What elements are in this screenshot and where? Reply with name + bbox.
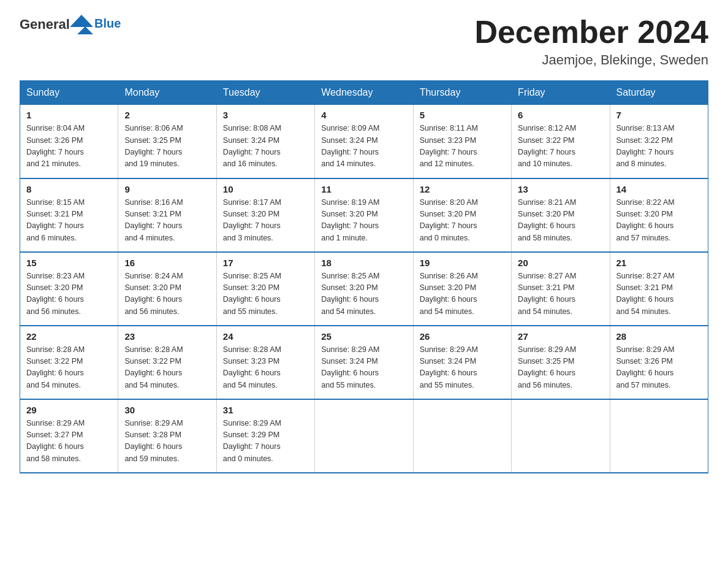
calendar-cell: 21 Sunrise: 8:27 AM Sunset: 3:21 PM Dayl… bbox=[610, 252, 708, 326]
day-info: Sunrise: 8:20 AM Sunset: 3:20 PM Dayligh… bbox=[420, 197, 505, 245]
day-info: Sunrise: 8:06 AM Sunset: 3:25 PM Dayligh… bbox=[124, 123, 210, 170]
day-info: Sunrise: 8:04 AM Sunset: 3:26 PM Dayligh… bbox=[26, 123, 112, 170]
calendar-week-row: 1 Sunrise: 8:04 AM Sunset: 3:26 PM Dayli… bbox=[20, 105, 708, 178]
day-number: 14 bbox=[616, 184, 702, 194]
day-number: 8 bbox=[26, 184, 112, 194]
day-info: Sunrise: 8:16 AM Sunset: 3:21 PM Dayligh… bbox=[124, 197, 210, 245]
day-info: Sunrise: 8:29 AM Sunset: 3:24 PM Dayligh… bbox=[321, 344, 406, 392]
day-info: Sunrise: 8:29 AM Sunset: 3:24 PM Dayligh… bbox=[420, 344, 505, 392]
day-number: 10 bbox=[223, 184, 308, 194]
day-info: Sunrise: 8:17 AM Sunset: 3:20 PM Dayligh… bbox=[223, 197, 308, 245]
day-info: Sunrise: 8:25 AM Sunset: 3:20 PM Dayligh… bbox=[321, 270, 406, 318]
day-info: Sunrise: 8:29 AM Sunset: 3:29 PM Dayligh… bbox=[223, 418, 308, 465]
calendar-cell: 11 Sunrise: 8:19 AM Sunset: 3:20 PM Dayl… bbox=[315, 178, 413, 252]
calendar-cell: 10 Sunrise: 8:17 AM Sunset: 3:20 PM Dayl… bbox=[216, 178, 314, 252]
day-number: 22 bbox=[26, 331, 112, 342]
day-info: Sunrise: 8:29 AM Sunset: 3:26 PM Dayligh… bbox=[616, 344, 702, 392]
day-info: Sunrise: 8:21 AM Sunset: 3:20 PM Dayligh… bbox=[518, 197, 603, 245]
day-number: 29 bbox=[26, 405, 112, 415]
calendar-cell: 16 Sunrise: 8:24 AM Sunset: 3:20 PM Dayl… bbox=[118, 252, 216, 326]
day-number: 1 bbox=[26, 110, 112, 120]
day-number: 30 bbox=[124, 405, 210, 415]
calendar-cell: 26 Sunrise: 8:29 AM Sunset: 3:24 PM Dayl… bbox=[413, 326, 511, 399]
day-info: Sunrise: 8:28 AM Sunset: 3:22 PM Dayligh… bbox=[124, 344, 210, 392]
day-info: Sunrise: 8:29 AM Sunset: 3:28 PM Dayligh… bbox=[124, 418, 210, 465]
logo-text-blue: Blue bbox=[94, 17, 121, 31]
col-tuesday: Tuesday bbox=[216, 81, 314, 105]
calendar-cell: 2 Sunrise: 8:06 AM Sunset: 3:25 PM Dayli… bbox=[118, 105, 216, 178]
day-number: 24 bbox=[223, 331, 308, 342]
col-monday: Monday bbox=[118, 81, 216, 105]
day-info: Sunrise: 8:26 AM Sunset: 3:20 PM Dayligh… bbox=[420, 270, 505, 318]
calendar-cell: 5 Sunrise: 8:11 AM Sunset: 3:23 PM Dayli… bbox=[413, 105, 511, 178]
logo-text-general: General bbox=[20, 17, 70, 33]
calendar-cell bbox=[315, 399, 413, 473]
location-subtitle: Jaemjoe, Blekinge, Sweden bbox=[474, 52, 708, 68]
day-number: 7 bbox=[616, 110, 702, 120]
calendar-cell: 28 Sunrise: 8:29 AM Sunset: 3:26 PM Dayl… bbox=[610, 326, 708, 399]
calendar-cell: 8 Sunrise: 8:15 AM Sunset: 3:21 PM Dayli… bbox=[20, 178, 118, 252]
day-number: 15 bbox=[26, 258, 112, 268]
day-info: Sunrise: 8:08 AM Sunset: 3:24 PM Dayligh… bbox=[223, 123, 308, 170]
day-info: Sunrise: 8:28 AM Sunset: 3:23 PM Dayligh… bbox=[223, 344, 308, 392]
calendar-header-row: Sunday Monday Tuesday Wednesday Thursday… bbox=[20, 81, 708, 105]
day-number: 16 bbox=[124, 258, 210, 268]
calendar-cell bbox=[512, 399, 610, 473]
calendar-table: Sunday Monday Tuesday Wednesday Thursday… bbox=[20, 80, 708, 473]
day-number: 31 bbox=[223, 405, 308, 415]
day-info: Sunrise: 8:27 AM Sunset: 3:21 PM Dayligh… bbox=[518, 270, 603, 318]
day-info: Sunrise: 8:23 AM Sunset: 3:20 PM Dayligh… bbox=[26, 270, 112, 318]
day-number: 21 bbox=[616, 258, 702, 268]
calendar-cell: 20 Sunrise: 8:27 AM Sunset: 3:21 PM Dayl… bbox=[512, 252, 610, 326]
day-number: 9 bbox=[124, 184, 210, 194]
calendar-cell: 17 Sunrise: 8:25 AM Sunset: 3:20 PM Dayl… bbox=[216, 252, 314, 326]
calendar-cell: 27 Sunrise: 8:29 AM Sunset: 3:25 PM Dayl… bbox=[512, 326, 610, 399]
calendar-cell: 31 Sunrise: 8:29 AM Sunset: 3:29 PM Dayl… bbox=[216, 399, 314, 473]
day-number: 4 bbox=[321, 110, 406, 120]
page-header: General Blue December 2024 Jaemjoe, Blek… bbox=[20, 15, 708, 68]
calendar-cell: 30 Sunrise: 8:29 AM Sunset: 3:28 PM Dayl… bbox=[118, 399, 216, 473]
calendar-title-area: December 2024 Jaemjoe, Blekinge, Sweden bbox=[474, 15, 708, 68]
day-info: Sunrise: 8:29 AM Sunset: 3:27 PM Dayligh… bbox=[26, 418, 112, 465]
day-info: Sunrise: 8:13 AM Sunset: 3:22 PM Dayligh… bbox=[616, 123, 702, 170]
calendar-cell: 4 Sunrise: 8:09 AM Sunset: 3:24 PM Dayli… bbox=[315, 105, 413, 178]
calendar-cell: 1 Sunrise: 8:04 AM Sunset: 3:26 PM Dayli… bbox=[20, 105, 118, 178]
calendar-cell: 13 Sunrise: 8:21 AM Sunset: 3:20 PM Dayl… bbox=[512, 178, 610, 252]
month-year-title: December 2024 bbox=[474, 15, 708, 50]
day-number: 27 bbox=[518, 331, 603, 342]
day-info: Sunrise: 8:25 AM Sunset: 3:20 PM Dayligh… bbox=[223, 270, 308, 318]
calendar-week-row: 29 Sunrise: 8:29 AM Sunset: 3:27 PM Dayl… bbox=[20, 399, 708, 473]
col-friday: Friday bbox=[512, 81, 610, 105]
calendar-cell bbox=[610, 399, 708, 473]
calendar-cell: 22 Sunrise: 8:28 AM Sunset: 3:22 PM Dayl… bbox=[20, 326, 118, 399]
calendar-week-row: 8 Sunrise: 8:15 AM Sunset: 3:21 PM Dayli… bbox=[20, 178, 708, 252]
calendar-cell: 6 Sunrise: 8:12 AM Sunset: 3:22 PM Dayli… bbox=[512, 105, 610, 178]
svg-marker-0 bbox=[70, 15, 93, 34]
day-number: 28 bbox=[616, 331, 702, 342]
day-number: 26 bbox=[420, 331, 505, 342]
day-number: 12 bbox=[420, 184, 505, 194]
col-sunday: Sunday bbox=[20, 81, 118, 105]
day-number: 20 bbox=[518, 258, 603, 268]
calendar-cell: 19 Sunrise: 8:26 AM Sunset: 3:20 PM Dayl… bbox=[413, 252, 511, 326]
day-info: Sunrise: 8:24 AM Sunset: 3:20 PM Dayligh… bbox=[124, 270, 210, 318]
day-info: Sunrise: 8:19 AM Sunset: 3:20 PM Dayligh… bbox=[321, 197, 406, 245]
calendar-cell: 7 Sunrise: 8:13 AM Sunset: 3:22 PM Dayli… bbox=[610, 105, 708, 178]
col-thursday: Thursday bbox=[413, 81, 511, 105]
day-info: Sunrise: 8:27 AM Sunset: 3:21 PM Dayligh… bbox=[616, 270, 702, 318]
day-number: 5 bbox=[420, 110, 505, 120]
day-info: Sunrise: 8:09 AM Sunset: 3:24 PM Dayligh… bbox=[321, 123, 406, 170]
day-number: 11 bbox=[321, 184, 406, 194]
day-number: 18 bbox=[321, 258, 406, 268]
calendar-cell: 14 Sunrise: 8:22 AM Sunset: 3:20 PM Dayl… bbox=[610, 178, 708, 252]
col-wednesday: Wednesday bbox=[315, 81, 413, 105]
col-saturday: Saturday bbox=[610, 81, 708, 105]
calendar-cell: 3 Sunrise: 8:08 AM Sunset: 3:24 PM Dayli… bbox=[216, 105, 314, 178]
day-info: Sunrise: 8:22 AM Sunset: 3:20 PM Dayligh… bbox=[616, 197, 702, 245]
day-number: 23 bbox=[124, 331, 210, 342]
calendar-cell: 24 Sunrise: 8:28 AM Sunset: 3:23 PM Dayl… bbox=[216, 326, 314, 399]
calendar-cell bbox=[413, 399, 511, 473]
calendar-cell: 23 Sunrise: 8:28 AM Sunset: 3:22 PM Dayl… bbox=[118, 326, 216, 399]
day-info: Sunrise: 8:11 AM Sunset: 3:23 PM Dayligh… bbox=[420, 123, 505, 170]
day-number: 13 bbox=[518, 184, 603, 194]
